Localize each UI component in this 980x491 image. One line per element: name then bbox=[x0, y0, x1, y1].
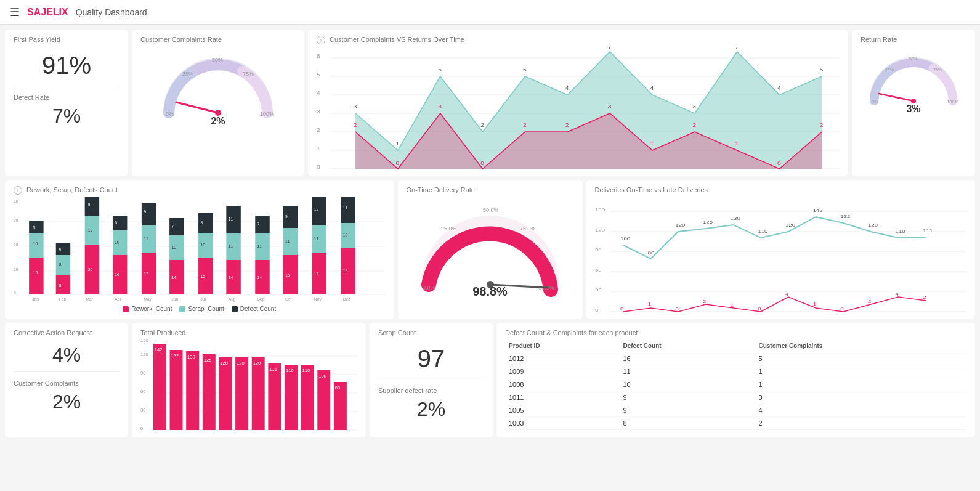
card-scrap: Scrap Count 97 Supplier defect rate 2% bbox=[370, 323, 493, 437]
svg-text:110: 110 bbox=[302, 368, 310, 373]
svg-text:100: 100 bbox=[318, 373, 326, 379]
svg-line-5 bbox=[176, 102, 218, 113]
svg-text:8: 8 bbox=[59, 282, 62, 288]
customer-complaints-title: Customer Complaints bbox=[14, 379, 119, 387]
legend-scrap-dot bbox=[179, 306, 185, 312]
svg-text:Jun: Jun bbox=[171, 296, 178, 302]
svg-text:0%: 0% bbox=[166, 111, 174, 117]
complaints-vs-returns-title: i Customer Complaints VS Returns Over Ti… bbox=[317, 36, 840, 44]
svg-text:5: 5 bbox=[523, 67, 527, 73]
svg-text:2: 2 bbox=[523, 122, 527, 128]
svg-text:110: 110 bbox=[286, 368, 294, 373]
total-produced-title: Total Produced bbox=[140, 329, 357, 336]
svg-text:10: 10 bbox=[343, 232, 347, 238]
rework-chart: 0 10 20 30 40 15 bbox=[14, 197, 386, 302]
svg-text:50%: 50% bbox=[909, 56, 918, 62]
svg-text:132: 132 bbox=[171, 353, 179, 359]
svg-text:2: 2 bbox=[480, 122, 484, 128]
logo: SAJELIX bbox=[27, 7, 68, 18]
svg-text:5: 5 bbox=[59, 246, 62, 253]
svg-rect-76 bbox=[29, 258, 43, 294]
svg-text:10: 10 bbox=[14, 266, 18, 272]
svg-text:0%: 0% bbox=[872, 99, 878, 105]
svg-text:9: 9 bbox=[144, 208, 146, 214]
svg-text:14: 14 bbox=[257, 274, 262, 280]
svg-text:150: 150 bbox=[140, 339, 148, 343]
svg-point-66 bbox=[911, 99, 916, 103]
svg-text:90: 90 bbox=[140, 370, 146, 376]
svg-text:0: 0 bbox=[595, 307, 598, 313]
corrective-title: Corrective Action Request bbox=[14, 329, 119, 336]
svg-text:142: 142 bbox=[155, 347, 163, 352]
svg-text:4: 4 bbox=[565, 85, 569, 91]
svg-text:3: 3 bbox=[692, 103, 696, 110]
svg-text:15: 15 bbox=[33, 269, 38, 275]
svg-text:6: 6 bbox=[115, 219, 117, 225]
svg-text:3: 3 bbox=[608, 103, 612, 110]
svg-text:20: 20 bbox=[88, 266, 92, 272]
svg-text:40: 40 bbox=[14, 198, 18, 205]
card-complaints-rate: Customer Complaints Rate 0% 25% 50% 75% … bbox=[132, 30, 304, 176]
svg-text:75%: 75% bbox=[933, 67, 942, 73]
svg-rect-247 bbox=[268, 363, 281, 430]
svg-text:Sep: Sep bbox=[257, 296, 265, 302]
svg-text:7: 7 bbox=[171, 223, 174, 229]
svg-text:19: 19 bbox=[343, 267, 347, 274]
svg-text:2: 2 bbox=[692, 122, 696, 128]
col-product-id: Product ID bbox=[505, 340, 619, 352]
legend-scrap: Scrap_Count bbox=[179, 306, 224, 312]
scrap-value: 97 bbox=[378, 339, 484, 379]
svg-text:1: 1 bbox=[730, 302, 733, 308]
svg-text:1: 1 bbox=[317, 145, 320, 152]
svg-text:30: 30 bbox=[140, 407, 146, 413]
defect-table-title: Defect Count & Complaints for each produ… bbox=[505, 329, 966, 336]
svg-text:Jan: Jan bbox=[32, 296, 39, 302]
svg-text:120: 120 bbox=[237, 360, 245, 366]
customer-complaints-value: 2% bbox=[14, 387, 119, 417]
svg-rect-250 bbox=[285, 365, 298, 430]
svg-text:120: 120 bbox=[867, 222, 877, 228]
ontime-gauge-value: 98.8% bbox=[472, 285, 508, 299]
svg-text:14: 14 bbox=[229, 274, 233, 280]
svg-text:Aug: Aug bbox=[229, 296, 236, 302]
svg-text:Jul: Jul bbox=[200, 296, 206, 302]
svg-text:3: 3 bbox=[354, 103, 357, 110]
legend-rework: Rework_Count bbox=[123, 306, 172, 312]
svg-text:2: 2 bbox=[867, 299, 870, 304]
svg-text:10: 10 bbox=[171, 244, 176, 250]
svg-text:120: 120 bbox=[675, 222, 685, 228]
svg-text:15: 15 bbox=[200, 273, 205, 279]
svg-text:8: 8 bbox=[200, 219, 203, 225]
defect-rate-value: 7% bbox=[14, 101, 119, 131]
svg-text:110: 110 bbox=[895, 229, 905, 234]
svg-text:50.0%: 50.0% bbox=[483, 207, 499, 213]
svg-rect-78 bbox=[29, 221, 43, 233]
card-corrective: Corrective Action Request 4% Customer Co… bbox=[5, 323, 128, 437]
col-defect-count: Defect Count bbox=[619, 340, 755, 352]
return-rate-title: Return Rate bbox=[861, 36, 966, 43]
svg-rect-84 bbox=[56, 255, 70, 275]
svg-text:5: 5 bbox=[33, 224, 36, 230]
svg-text:9: 9 bbox=[285, 213, 288, 219]
svg-text:120: 120 bbox=[140, 352, 148, 357]
card-ontime: On-Time Delivery Rate 0.0% 25.0% 50.0% 7… bbox=[398, 180, 583, 319]
legend-defect: Defect Count bbox=[232, 306, 276, 312]
svg-text:4: 4 bbox=[777, 85, 781, 91]
svg-text:16: 16 bbox=[115, 271, 119, 277]
defect-rate-title: Defect Rate bbox=[14, 94, 119, 101]
svg-text:Oct: Oct bbox=[285, 296, 291, 302]
svg-text:100%: 100% bbox=[947, 99, 958, 105]
svg-text:5: 5 bbox=[317, 71, 320, 78]
svg-text:May: May bbox=[144, 296, 152, 302]
menu-icon[interactable]: ☰ bbox=[10, 6, 20, 19]
svg-text:110: 110 bbox=[758, 229, 767, 234]
svg-rect-238 bbox=[219, 357, 232, 430]
svg-rect-92 bbox=[85, 197, 99, 216]
dashboard: First Pass Yield 91% Defect Rate 7% Cust… bbox=[0, 25, 980, 491]
svg-text:17: 17 bbox=[144, 270, 148, 277]
page-title: Quality Dashboard bbox=[76, 7, 147, 17]
svg-text:Mar: Mar bbox=[86, 296, 93, 302]
svg-text:125: 125 bbox=[204, 357, 212, 363]
svg-text:12: 12 bbox=[314, 206, 318, 212]
svg-text:25%: 25% bbox=[885, 67, 894, 73]
